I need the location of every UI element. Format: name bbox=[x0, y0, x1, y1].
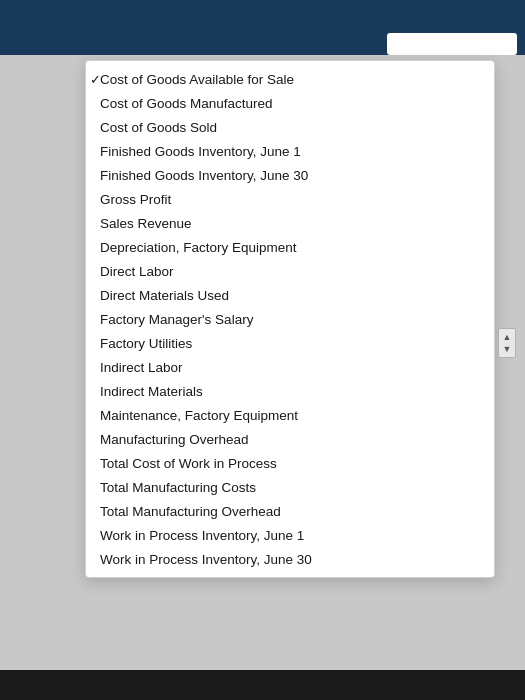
list-item[interactable]: Cost of Goods Manufactured bbox=[86, 91, 494, 115]
search-box[interactable] bbox=[387, 33, 517, 55]
list-item[interactable]: Finished Goods Inventory, June 30 bbox=[86, 163, 494, 187]
list-item-label: Work in Process Inventory, June 1 bbox=[100, 528, 304, 543]
list-item[interactable]: Factory Manager's Salary bbox=[86, 307, 494, 331]
list-item-label: Work in Process Inventory, June 30 bbox=[100, 552, 312, 567]
scroll-up-arrow[interactable]: ▲ bbox=[503, 333, 512, 342]
list-item-label: Indirect Materials bbox=[100, 384, 203, 399]
list-item[interactable]: Sales Revenue bbox=[86, 211, 494, 235]
list-item-label: Manufacturing Overhead bbox=[100, 432, 249, 447]
list-item-label: Finished Goods Inventory, June 30 bbox=[100, 168, 308, 183]
list-item-label: Cost of Goods Manufactured bbox=[100, 96, 273, 111]
list-item[interactable]: Indirect Materials bbox=[86, 379, 494, 403]
list-item[interactable]: Gross Profit bbox=[86, 187, 494, 211]
list-item-label: Direct Labor bbox=[100, 264, 174, 279]
list-item[interactable]: Factory Utilities ▲ ▼ bbox=[86, 331, 494, 355]
list-item-label: Maintenance, Factory Equipment bbox=[100, 408, 298, 423]
list-item[interactable]: Cost of Goods Sold bbox=[86, 115, 494, 139]
list-item-label: Factory Utilities bbox=[100, 336, 192, 351]
list-item[interactable]: Work in Process Inventory, June 30 bbox=[86, 547, 494, 571]
dropdown-menu[interactable]: ✓Cost of Goods Available for SaleCost of… bbox=[85, 60, 495, 578]
list-item-label: Direct Materials Used bbox=[100, 288, 229, 303]
list-item-label: Finished Goods Inventory, June 1 bbox=[100, 144, 301, 159]
scroll-down-arrow[interactable]: ▼ bbox=[503, 345, 512, 354]
list-item[interactable]: ✓Cost of Goods Available for Sale bbox=[86, 67, 494, 91]
list-item-label: Cost of Goods Sold bbox=[100, 120, 217, 135]
list-item-label: Total Manufacturing Costs bbox=[100, 480, 256, 495]
list-item-label: Total Cost of Work in Process bbox=[100, 456, 277, 471]
list-item[interactable]: Indirect Labor bbox=[86, 355, 494, 379]
list-item-label: Cost of Goods Available for Sale bbox=[100, 72, 294, 87]
list-item[interactable]: Finished Goods Inventory, June 1 bbox=[86, 139, 494, 163]
list-item[interactable]: Total Manufacturing Costs bbox=[86, 475, 494, 499]
list-item[interactable]: Total Manufacturing Overhead bbox=[86, 499, 494, 523]
list-item[interactable]: Manufacturing Overhead bbox=[86, 427, 494, 451]
list-item[interactable]: Total Cost of Work in Process bbox=[86, 451, 494, 475]
list-item-label: Depreciation, Factory Equipment bbox=[100, 240, 297, 255]
list-item-label: Total Manufacturing Overhead bbox=[100, 504, 281, 519]
list-item[interactable]: Depreciation, Factory Equipment bbox=[86, 235, 494, 259]
list-item[interactable]: Work in Process Inventory, June 1 bbox=[86, 523, 494, 547]
checkmark-icon: ✓ bbox=[90, 72, 101, 87]
list-item-label: Gross Profit bbox=[100, 192, 171, 207]
bottom-bar bbox=[0, 670, 525, 700]
list-item[interactable]: Direct Labor bbox=[86, 259, 494, 283]
list-item-label: Sales Revenue bbox=[100, 216, 192, 231]
list-item-label: Indirect Labor bbox=[100, 360, 183, 375]
scroll-widget[interactable]: ▲ ▼ bbox=[498, 328, 516, 358]
list-item-label: Factory Manager's Salary bbox=[100, 312, 253, 327]
list-item[interactable]: Direct Materials Used bbox=[86, 283, 494, 307]
list-item[interactable]: Maintenance, Factory Equipment bbox=[86, 403, 494, 427]
